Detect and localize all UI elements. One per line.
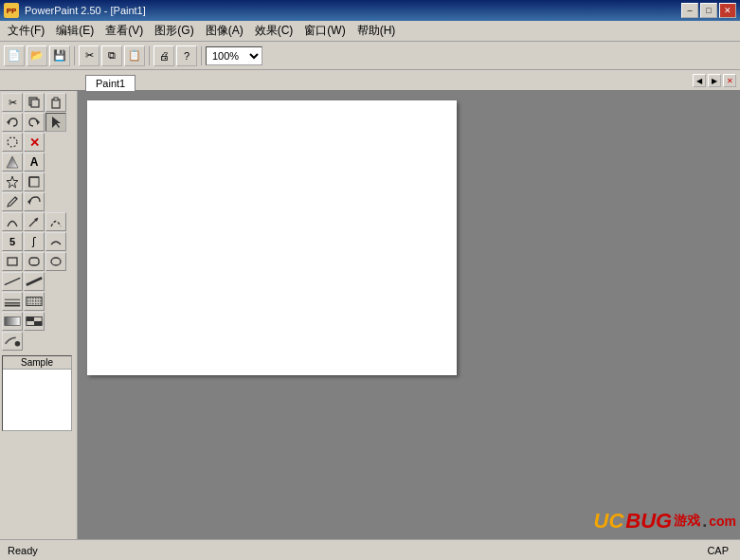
print-button[interactable]: 🖨 bbox=[153, 45, 174, 66]
help-button[interactable]: ? bbox=[176, 45, 197, 66]
menu-effect[interactable]: 效果(C) bbox=[249, 21, 299, 41]
star-tool[interactable] bbox=[2, 172, 23, 191]
svg-line-21 bbox=[27, 278, 42, 284]
open-button[interactable]: 📂 bbox=[27, 45, 47, 66]
tb-sep1 bbox=[74, 46, 75, 65]
delete-tool[interactable]: ✕ bbox=[24, 133, 45, 152]
close-button[interactable]: ✕ bbox=[719, 3, 736, 18]
tab-paint1[interactable]: Paint1 bbox=[85, 75, 135, 91]
hatch-tool[interactable] bbox=[2, 292, 23, 311]
brush-tool[interactable] bbox=[2, 332, 23, 351]
svg-marker-4 bbox=[7, 119, 9, 125]
tab-bar: Paint1 ◀ ▶ ✕ bbox=[0, 70, 740, 91]
text-tool[interactable]: A bbox=[24, 153, 45, 172]
line-tool[interactable] bbox=[2, 272, 23, 291]
zoom-select[interactable]: 100% 50% 75% 150% 200% bbox=[206, 46, 262, 65]
tab-controls: ◀ ▶ ✕ bbox=[693, 74, 736, 87]
svg-line-13 bbox=[15, 197, 17, 199]
tool-row-line bbox=[2, 272, 75, 291]
watermark-games: 游戏 bbox=[674, 513, 700, 530]
svg-rect-27 bbox=[27, 297, 42, 305]
watermark-dot: . bbox=[702, 512, 707, 532]
curve-tool[interactable] bbox=[45, 212, 66, 231]
undo-tool[interactable] bbox=[2, 113, 23, 132]
tool-row-star bbox=[2, 172, 75, 191]
svg-line-20 bbox=[5, 278, 20, 284]
gradient-tool[interactable] bbox=[2, 153, 23, 172]
svg-rect-31 bbox=[34, 321, 42, 326]
work-area: ✂ bbox=[0, 91, 740, 539]
select-tool[interactable] bbox=[45, 113, 66, 132]
svg-marker-5 bbox=[37, 119, 40, 125]
tool-row-text: A bbox=[2, 153, 75, 172]
gradient2-tool[interactable] bbox=[2, 312, 23, 331]
cut-tool[interactable]: ✂ bbox=[2, 93, 23, 112]
rotate-tool[interactable] bbox=[24, 192, 45, 211]
menu-window[interactable]: 窗口(W) bbox=[298, 21, 351, 41]
svg-rect-10 bbox=[29, 177, 39, 187]
tab-next-button[interactable]: ▶ bbox=[708, 74, 721, 87]
maximize-button[interactable]: □ bbox=[700, 3, 717, 18]
tb-sep3 bbox=[201, 46, 202, 65]
cut-button[interactable]: ✂ bbox=[79, 45, 99, 66]
tb-sep2 bbox=[149, 46, 150, 65]
svg-point-32 bbox=[15, 341, 20, 346]
ellipse-select-tool[interactable] bbox=[2, 133, 23, 152]
menu-shape[interactable]: 图形(G) bbox=[149, 21, 199, 41]
tool-row-shapes bbox=[2, 252, 75, 271]
tool-row-clipboard: ✂ bbox=[2, 93, 75, 112]
menu-view[interactable]: 查看(V) bbox=[99, 21, 149, 41]
sample-area: Sample bbox=[2, 355, 72, 431]
thick-line-tool[interactable] bbox=[24, 272, 45, 291]
sample-label: Sample bbox=[3, 356, 71, 370]
tool-misc-b[interactable]: ʃ bbox=[24, 232, 45, 251]
tool-row-misc: 5 ʃ bbox=[2, 232, 75, 251]
crop-tool[interactable] bbox=[24, 172, 45, 191]
tool-row-select: ✕ bbox=[2, 133, 75, 152]
save-button[interactable]: 💾 bbox=[49, 45, 70, 66]
menu-help[interactable]: 帮助(H) bbox=[352, 21, 402, 41]
left-toolbar: ✂ bbox=[0, 91, 78, 539]
arc-tool[interactable] bbox=[2, 212, 23, 231]
minimize-button[interactable]: – bbox=[681, 3, 698, 18]
copy-button[interactable]: ⧉ bbox=[101, 45, 122, 66]
svg-rect-1 bbox=[31, 99, 39, 107]
fill-tool[interactable] bbox=[24, 292, 45, 311]
menu-bar: 文件(F) 编辑(E) 查看(V) 图形(G) 图像(A) 效果(C) 窗口(W… bbox=[0, 21, 740, 42]
watermark-uc: UC bbox=[594, 509, 624, 533]
canvas-area[interactable] bbox=[78, 91, 740, 539]
tool-row-pencil bbox=[2, 192, 75, 211]
menu-edit[interactable]: 编辑(E) bbox=[50, 21, 99, 41]
tool-misc-c[interactable] bbox=[45, 232, 66, 251]
watermark: UCBUG 游戏 . com bbox=[594, 509, 736, 533]
redo-tool[interactable] bbox=[24, 113, 45, 132]
new-button[interactable]: 📄 bbox=[4, 45, 25, 66]
tab-prev-button[interactable]: ◀ bbox=[693, 74, 706, 87]
menu-file[interactable]: 文件(F) bbox=[2, 21, 50, 41]
pattern-tool[interactable] bbox=[24, 312, 45, 331]
canvas-bg bbox=[87, 100, 731, 375]
svg-rect-18 bbox=[29, 258, 39, 265]
arrow-tool[interactable] bbox=[24, 212, 45, 231]
rounded-rect-tool[interactable] bbox=[24, 252, 45, 271]
tool-row-gradient2 bbox=[2, 312, 75, 331]
svg-marker-8 bbox=[7, 156, 18, 168]
svg-rect-30 bbox=[27, 316, 34, 321]
pencil-tool[interactable] bbox=[2, 192, 23, 211]
rect-tool[interactable] bbox=[2, 252, 23, 271]
drawing-canvas[interactable] bbox=[87, 100, 457, 375]
menu-image[interactable]: 图像(A) bbox=[200, 21, 249, 41]
svg-rect-17 bbox=[8, 258, 17, 265]
title-label: PowerPaint 2.50 - [Paint1] bbox=[25, 5, 146, 16]
tool-row-hatch bbox=[2, 292, 75, 311]
paste-button[interactable]: 📋 bbox=[124, 45, 145, 66]
tab-close-button[interactable]: ✕ bbox=[723, 74, 736, 87]
paste-tool[interactable] bbox=[45, 93, 66, 112]
svg-marker-6 bbox=[52, 117, 61, 128]
copy-tool[interactable] bbox=[24, 93, 45, 112]
status-text: Ready bbox=[8, 545, 707, 556]
oval-tool[interactable] bbox=[45, 252, 66, 271]
title-bar: PP PowerPaint 2.50 - [Paint1] – □ ✕ bbox=[0, 0, 740, 21]
tool-misc-a[interactable]: 5 bbox=[2, 232, 23, 251]
svg-marker-14 bbox=[27, 199, 30, 205]
